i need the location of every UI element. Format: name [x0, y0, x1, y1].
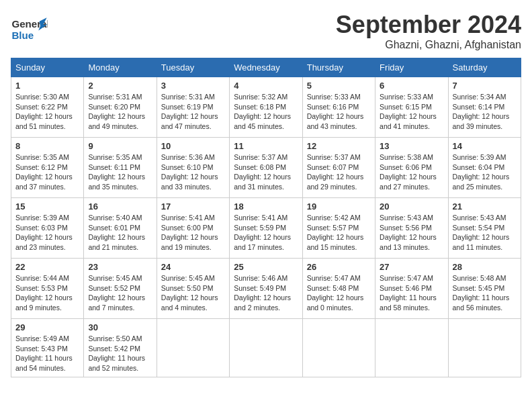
title-area: September 2024 Ghazni, Ghazni, Afghanist…: [336, 11, 521, 51]
cell-info: Sunrise: 5:42 AM Sunset: 5:57 PM Dayligh…: [307, 213, 371, 253]
day-number: 2: [88, 81, 152, 91]
day-number: 10: [161, 141, 225, 151]
calendar-cell: 14Sunrise: 5:39 AM Sunset: 6:04 PM Dayli…: [448, 138, 521, 198]
calendar-cell: [375, 319, 448, 377]
calendar-week-3: 15Sunrise: 5:39 AM Sunset: 6:03 PM Dayli…: [11, 198, 521, 259]
calendar-cell: 18Sunrise: 5:41 AM Sunset: 5:59 PM Dayli…: [230, 198, 302, 259]
cell-info: Sunrise: 5:41 AM Sunset: 6:00 PM Dayligh…: [161, 213, 225, 253]
calendar-cell: 12Sunrise: 5:37 AM Sunset: 6:07 PM Dayli…: [302, 138, 375, 198]
cell-info: Sunrise: 5:43 AM Sunset: 5:54 PM Dayligh…: [453, 213, 517, 253]
calendar-cell: 2Sunrise: 5:31 AM Sunset: 6:20 PM Daylig…: [84, 77, 157, 138]
cell-info: Sunrise: 5:48 AM Sunset: 5:45 PM Dayligh…: [453, 273, 517, 313]
logo: General Blue: [11, 11, 48, 48]
day-number: 13: [380, 141, 443, 151]
calendar-cell: 27Sunrise: 5:47 AM Sunset: 5:46 PM Dayli…: [375, 259, 448, 319]
calendar-cell: [157, 319, 229, 377]
day-number: 3: [161, 81, 225, 91]
day-number: 23: [88, 262, 152, 272]
cell-info: Sunrise: 5:46 AM Sunset: 5:49 PM Dayligh…: [234, 273, 298, 313]
day-number: 18: [234, 201, 298, 212]
calendar-cell: 3Sunrise: 5:31 AM Sunset: 6:19 PM Daylig…: [157, 77, 229, 138]
calendar-cell: 16Sunrise: 5:40 AM Sunset: 6:01 PM Dayli…: [84, 198, 157, 259]
calendar-cell: 26Sunrise: 5:47 AM Sunset: 5:48 PM Dayli…: [302, 259, 375, 319]
weekday-header-saturday: Saturday: [448, 58, 521, 77]
calendar-cell: 21Sunrise: 5:43 AM Sunset: 5:54 PM Dayli…: [448, 198, 521, 259]
cell-info: Sunrise: 5:47 AM Sunset: 5:48 PM Dayligh…: [307, 273, 371, 313]
cell-info: Sunrise: 5:38 AM Sunset: 6:06 PM Dayligh…: [380, 152, 443, 192]
month-title: September 2024: [336, 11, 521, 39]
day-number: 19: [307, 201, 371, 212]
calendar-week-2: 8Sunrise: 5:35 AM Sunset: 6:12 PM Daylig…: [11, 138, 521, 198]
cell-info: Sunrise: 5:37 AM Sunset: 6:08 PM Dayligh…: [234, 152, 298, 192]
cell-info: Sunrise: 5:45 AM Sunset: 5:52 PM Dayligh…: [88, 273, 152, 313]
day-number: 14: [453, 141, 517, 151]
cell-info: Sunrise: 5:35 AM Sunset: 6:11 PM Dayligh…: [88, 152, 152, 192]
cell-info: Sunrise: 5:44 AM Sunset: 5:53 PM Dayligh…: [15, 273, 79, 313]
cell-info: Sunrise: 5:31 AM Sunset: 6:20 PM Dayligh…: [88, 92, 152, 132]
day-number: 26: [307, 262, 371, 272]
cell-info: Sunrise: 5:40 AM Sunset: 6:01 PM Dayligh…: [88, 213, 152, 253]
cell-info: Sunrise: 5:45 AM Sunset: 5:50 PM Dayligh…: [161, 273, 225, 313]
calendar-week-1: 1Sunrise: 5:30 AM Sunset: 6:22 PM Daylig…: [11, 77, 521, 138]
calendar-cell: 19Sunrise: 5:42 AM Sunset: 5:57 PM Dayli…: [302, 198, 375, 259]
location-title: Ghazni, Ghazni, Afghanistan: [336, 39, 521, 51]
day-number: 15: [15, 201, 79, 212]
cell-info: Sunrise: 5:49 AM Sunset: 5:43 PM Dayligh…: [15, 334, 79, 373]
cell-info: Sunrise: 5:37 AM Sunset: 6:07 PM Dayligh…: [307, 152, 371, 192]
day-number: 24: [161, 262, 225, 272]
calendar-cell: [448, 319, 521, 377]
calendar-cell: [230, 319, 302, 377]
calendar-cell: 29Sunrise: 5:49 AM Sunset: 5:43 PM Dayli…: [11, 319, 84, 377]
calendar-cell: 20Sunrise: 5:43 AM Sunset: 5:56 PM Dayli…: [375, 198, 448, 259]
weekday-header-row: SundayMondayTuesdayWednesdayThursdayFrid…: [11, 58, 521, 77]
day-number: 12: [307, 141, 371, 151]
calendar-cell: 11Sunrise: 5:37 AM Sunset: 6:08 PM Dayli…: [230, 138, 302, 198]
calendar-cell: 15Sunrise: 5:39 AM Sunset: 6:03 PM Dayli…: [11, 198, 84, 259]
day-number: 21: [453, 201, 517, 212]
cell-info: Sunrise: 5:36 AM Sunset: 6:10 PM Dayligh…: [161, 152, 225, 192]
calendar-cell: [302, 319, 375, 377]
calendar-cell: 5Sunrise: 5:33 AM Sunset: 6:16 PM Daylig…: [302, 77, 375, 138]
weekday-header-sunday: Sunday: [11, 58, 84, 77]
cell-info: Sunrise: 5:43 AM Sunset: 5:56 PM Dayligh…: [380, 213, 443, 253]
cell-info: Sunrise: 5:47 AM Sunset: 5:46 PM Dayligh…: [380, 273, 443, 313]
svg-text:Blue: Blue: [11, 30, 34, 41]
calendar-table: SundayMondayTuesdayWednesdayThursdayFrid…: [11, 58, 521, 377]
calendar-cell: 25Sunrise: 5:46 AM Sunset: 5:49 PM Dayli…: [230, 259, 302, 319]
weekday-header-tuesday: Tuesday: [157, 58, 229, 77]
calendar-cell: 9Sunrise: 5:35 AM Sunset: 6:11 PM Daylig…: [84, 138, 157, 198]
day-number: 11: [234, 141, 298, 151]
day-number: 4: [234, 81, 298, 91]
cell-info: Sunrise: 5:30 AM Sunset: 6:22 PM Dayligh…: [15, 92, 79, 132]
logo-svg: General Blue: [11, 11, 48, 48]
weekday-header-wednesday: Wednesday: [230, 58, 302, 77]
day-number: 5: [307, 81, 371, 91]
day-number: 22: [15, 262, 79, 272]
cell-info: Sunrise: 5:41 AM Sunset: 5:59 PM Dayligh…: [234, 213, 298, 253]
cell-info: Sunrise: 5:39 AM Sunset: 6:04 PM Dayligh…: [453, 152, 517, 192]
weekday-header-monday: Monday: [84, 58, 157, 77]
day-number: 6: [380, 81, 443, 91]
cell-info: Sunrise: 5:50 AM Sunset: 5:42 PM Dayligh…: [88, 334, 152, 373]
calendar-cell: 13Sunrise: 5:38 AM Sunset: 6:06 PM Dayli…: [375, 138, 448, 198]
day-number: 20: [380, 201, 443, 212]
calendar-cell: 28Sunrise: 5:48 AM Sunset: 5:45 PM Dayli…: [448, 259, 521, 319]
day-number: 29: [15, 322, 79, 332]
cell-info: Sunrise: 5:32 AM Sunset: 6:18 PM Dayligh…: [234, 92, 298, 132]
header: General Blue September 2024 Ghazni, Ghaz…: [11, 11, 521, 51]
calendar-week-5: 29Sunrise: 5:49 AM Sunset: 5:43 PM Dayli…: [11, 319, 521, 377]
calendar-cell: 4Sunrise: 5:32 AM Sunset: 6:18 PM Daylig…: [230, 77, 302, 138]
day-number: 16: [88, 201, 152, 212]
day-number: 1: [15, 81, 79, 91]
day-number: 28: [453, 262, 517, 272]
calendar-cell: 8Sunrise: 5:35 AM Sunset: 6:12 PM Daylig…: [11, 138, 84, 198]
weekday-header-friday: Friday: [375, 58, 448, 77]
cell-info: Sunrise: 5:31 AM Sunset: 6:19 PM Dayligh…: [161, 92, 225, 132]
calendar-cell: 1Sunrise: 5:30 AM Sunset: 6:22 PM Daylig…: [11, 77, 84, 138]
cell-info: Sunrise: 5:33 AM Sunset: 6:16 PM Dayligh…: [307, 92, 371, 132]
calendar-cell: 17Sunrise: 5:41 AM Sunset: 6:00 PM Dayli…: [157, 198, 229, 259]
day-number: 30: [88, 322, 152, 332]
cell-info: Sunrise: 5:34 AM Sunset: 6:14 PM Dayligh…: [453, 92, 517, 132]
calendar-cell: 7Sunrise: 5:34 AM Sunset: 6:14 PM Daylig…: [448, 77, 521, 138]
calendar-cell: 10Sunrise: 5:36 AM Sunset: 6:10 PM Dayli…: [157, 138, 229, 198]
